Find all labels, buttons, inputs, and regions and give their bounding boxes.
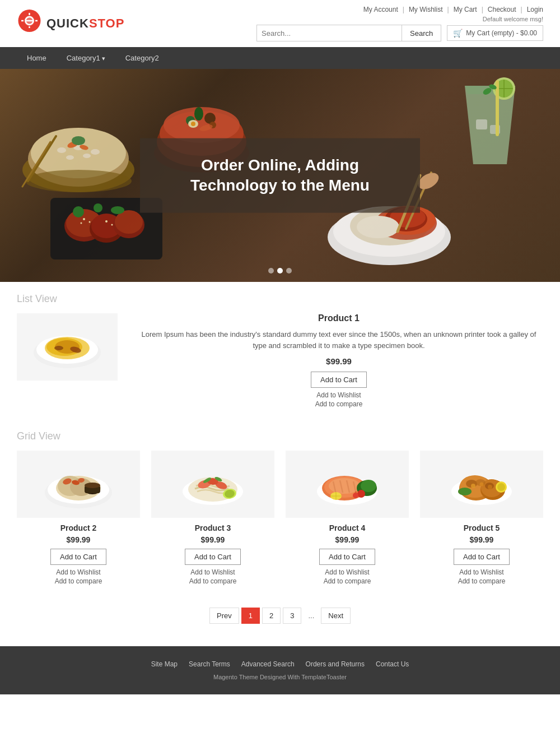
header-right: My Account | My Wishlist | My Cart | Che… [256, 6, 543, 41]
list-add-to-wishlist-link[interactable]: Add to Wishlist [134, 391, 543, 399]
svg-point-107 [329, 478, 360, 494]
grid-add-to-wishlist-link-2[interactable]: Add to Wishlist [17, 568, 140, 576]
grid-product-image-4 [286, 451, 409, 518]
list-product-info: Product 1 Lorem Ipsum has been the indus… [134, 313, 543, 408]
grid-products: Product 2 $99.99 Add to Cart Add to Wish… [17, 451, 543, 585]
svg-point-129 [497, 483, 505, 491]
hero-banner: Order Online, Adding Technology to the M… [0, 69, 560, 282]
header: QUICKSTOP My Account | My Wishlist | My … [0, 0, 560, 47]
checkout-link[interactable]: Checkout [488, 6, 516, 13]
grid-add-to-compare-link-3[interactable]: Add to compare [151, 577, 274, 585]
svg-point-57 [81, 223, 82, 224]
logo[interactable]: QUICKSTOP [17, 8, 124, 39]
nav-item-category2[interactable]: Category2 [115, 47, 169, 69]
product1-image [28, 319, 106, 375]
grid-add-to-compare-link-2[interactable]: Add to compare [17, 577, 140, 585]
grid-product-name-3: Product 3 [151, 523, 274, 532]
grid-add-to-cart-button-3[interactable]: Add to Cart [185, 549, 241, 565]
grid-product-name-2: Product 2 [17, 523, 140, 532]
svg-point-15 [66, 155, 74, 160]
footer-contact-us-link[interactable]: Contact Us [376, 660, 409, 668]
product5-image [442, 453, 521, 515]
grid-add-to-wishlist-link-4[interactable]: Add to Wishlist [286, 568, 409, 576]
my-cart-link[interactable]: My Cart [454, 6, 477, 13]
pagination-prev-button[interactable]: Prev [209, 608, 239, 624]
hero-text-box: Order Online, Adding Technology to the M… [140, 138, 420, 213]
my-account-link[interactable]: My Account [363, 6, 398, 13]
list-add-to-compare-link[interactable]: Add to compare [134, 400, 543, 408]
nav-link-category1[interactable]: Category1 [57, 47, 115, 69]
svg-point-111 [353, 493, 358, 498]
footer-site-map-link[interactable]: Site Map [151, 660, 178, 668]
pagination-next-button[interactable]: Next [321, 608, 351, 624]
navigation: Home Category1 Category2 [0, 47, 560, 69]
pagination-page-3-button[interactable]: 3 [283, 608, 301, 624]
svg-point-110 [357, 490, 365, 498]
hero-dot-1[interactable] [268, 268, 274, 274]
pagination-ellipsis: ... [304, 608, 319, 623]
footer-credit: Magento Theme Designed With TemplateToas… [17, 674, 543, 680]
svg-point-125 [480, 483, 484, 486]
nav-item-category1[interactable]: Category1 [57, 47, 115, 69]
svg-point-54 [111, 206, 124, 214]
grid-wishlist-compare-5: Add to Wishlist Add to compare [420, 568, 543, 585]
list-add-to-cart-button[interactable]: Add to Cart [311, 372, 367, 388]
svg-rect-40 [476, 119, 487, 129]
footer-advanced-search-link[interactable]: Advanced Search [241, 660, 295, 668]
svg-point-126 [488, 485, 492, 489]
list-product-desc: Lorem Ipsum has been the industry's stan… [134, 329, 543, 351]
grid-add-to-compare-link-5[interactable]: Add to compare [420, 577, 543, 585]
cart-button[interactable]: 🛒 My Cart (empty) - $0.00 [447, 25, 543, 41]
product4-image [308, 453, 386, 515]
login-link[interactable]: Login [527, 6, 543, 13]
hero-dot-3[interactable] [286, 268, 292, 274]
grid-product-image-5 [420, 451, 543, 518]
grid-view-section: Grid View [17, 430, 543, 585]
list-wishlist-compare: Add to Wishlist Add to compare [134, 391, 543, 408]
grid-wishlist-compare-2: Add to Wishlist Add to compare [17, 568, 140, 585]
grid-add-to-wishlist-link-5[interactable]: Add to Wishlist [420, 568, 543, 576]
grid-add-to-cart-button-4[interactable]: Add to Cart [319, 549, 375, 565]
pagination-page-1-button[interactable]: 1 [241, 608, 260, 624]
pagination: Prev 1 2 3 ... Next [17, 608, 543, 624]
footer-search-terms-link[interactable]: Search Terms [189, 660, 230, 668]
search-button[interactable]: Search [402, 25, 441, 41]
svg-point-109 [361, 480, 376, 492]
svg-point-32 [191, 122, 195, 126]
cart-icon: 🛒 [453, 29, 463, 38]
hero-dot-2[interactable] [277, 268, 283, 274]
svg-point-29 [194, 107, 203, 120]
footer-orders-returns-link[interactable]: Orders and Returns [306, 660, 365, 668]
list-product-name: Product 1 [134, 313, 543, 323]
grid-add-to-cart-button-2[interactable]: Add to Cart [50, 549, 106, 565]
hero-headline: Order Online, Adding Technology to the M… [174, 155, 386, 196]
welcome-message: Default welcome msg! [483, 16, 543, 22]
my-wishlist-link[interactable]: My Wishlist [409, 6, 443, 13]
grid-add-to-cart-button-5[interactable]: Add to Cart [454, 549, 510, 565]
svg-point-77 [54, 346, 63, 350]
grid-wishlist-compare-4: Add to Wishlist Add to compare [286, 568, 409, 585]
grid-add-to-compare-link-4[interactable]: Add to compare [286, 577, 409, 585]
hero-dots [268, 268, 292, 274]
svg-point-12 [57, 147, 66, 153]
search-input[interactable] [256, 25, 402, 41]
svg-point-85 [85, 483, 100, 488]
svg-point-16 [83, 154, 91, 158]
grid-product-name-5: Product 5 [420, 523, 543, 532]
grid-product-image-2 [17, 451, 140, 518]
pagination-page-2-button[interactable]: 2 [262, 608, 281, 624]
footer-links: Site Map Search Terms Advanced Search Or… [17, 660, 543, 668]
grid-product-price-3: $99.99 [151, 535, 274, 544]
search-cart-area: Search 🛒 My Cart (empty) - $0.00 [256, 25, 543, 41]
nav-link-category2[interactable]: Category2 [115, 47, 169, 69]
cart-label: My Cart (empty) - $0.00 [466, 29, 537, 37]
nav-link-home[interactable]: Home [17, 47, 57, 69]
food-green-drink [454, 75, 526, 175]
grid-product-name-4: Product 4 [286, 523, 409, 532]
svg-point-127 [458, 488, 472, 495]
logo-pin-icon [17, 8, 42, 39]
nav-item-home[interactable]: Home [17, 47, 57, 69]
grid-add-to-wishlist-link-3[interactable]: Add to Wishlist [151, 568, 274, 576]
svg-point-59 [111, 224, 113, 226]
svg-point-19 [72, 136, 85, 145]
